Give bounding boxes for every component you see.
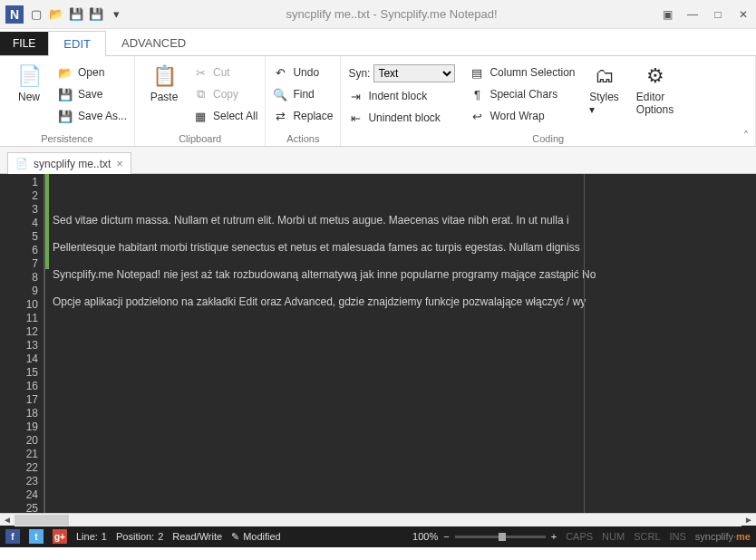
select-all-button[interactable]: ▦Select All [193,107,257,125]
undo-button[interactable]: ↶Undo [273,63,333,82]
new-file-icon: 📄 [16,63,42,89]
document-icon: 📄 [15,158,28,170]
close-icon[interactable]: ✕ [736,7,751,22]
scroll-thumb[interactable] [15,515,69,526]
status-mode: Read/Write [172,531,222,542]
indent-button[interactable]: ⇥Indent block [348,87,455,105]
cut-icon: ✂ [193,65,208,80]
special-chars-button[interactable]: ¶Special Chars [470,85,575,103]
editor-options-button[interactable]: ⚙ Editor Options [634,60,677,116]
window-controls: ▣ — □ ✕ [660,7,751,22]
horizontal-scrollbar[interactable]: ◄ ► [0,513,756,526]
minimize-icon[interactable]: — [685,7,700,22]
syntax-label: Syn: [348,67,370,80]
find-button[interactable]: 🔍Find [273,85,333,103]
syntax-select[interactable]: Text [373,64,455,82]
scroll-left-icon[interactable]: ◄ [0,515,15,525]
quick-access: ▢ 📂 💾 💾 ▾ [29,7,123,22]
word-wrap-button[interactable]: ↩Word Wrap [470,107,575,125]
compact-ribbon-icon[interactable]: ▣ [660,7,674,22]
ribbon: 📄 New 📂Open 💾Save 💾Save As... Persistenc… [0,56,756,147]
open-icon: 📂 [58,65,73,80]
document-tab-label: syncplify me..txt [34,158,111,170]
googleplus-icon[interactable]: g+ [53,529,67,544]
zoom-out-icon[interactable]: − [443,531,449,542]
scroll-right-icon[interactable]: ► [741,515,756,525]
find-icon: 🔍 [273,87,287,101]
zoom-control: 100% − + [412,531,557,542]
save-button[interactable]: 💾Save [58,85,127,103]
twitter-icon[interactable]: t [29,529,44,544]
save-icon[interactable]: 💾 [69,7,83,22]
zoom-thumb[interactable] [499,533,506,541]
qa-dropdown-icon[interactable]: ▾ [109,7,123,22]
copy-icon: ⧉ [193,87,208,101]
open-folder-icon[interactable]: 📂 [49,7,63,22]
caps-indicator: CAPS [566,531,593,542]
replace-button[interactable]: ⇄Replace [273,107,333,125]
indent-icon: ⇥ [348,89,363,103]
editor-area: 1234567891011121314151617181920212223242… [0,174,756,526]
tab-edit[interactable]: EDIT [48,31,106,56]
save-as-icon: 💾 [58,109,73,123]
group-actions: ↶Undo 🔍Find ⇄Replace Actions [266,56,341,146]
facebook-icon[interactable]: f [5,529,20,544]
titlebar: N ▢ 📂 💾 💾 ▾ syncplify me..txt - Syncplif… [0,0,756,29]
collapse-ribbon-icon[interactable]: ˄ [743,130,749,142]
tab-advanced[interactable]: ADVANCED [106,30,201,55]
paste-button[interactable]: 📋 Paste [142,60,186,103]
group-persistence: 📄 New 📂Open 💾Save 💾Save As... Persistenc… [0,56,135,146]
group-clipboard: 📋 Paste ✂Cut ⧉Copy ▦Select All Clipboard [135,56,266,146]
zoom-in-icon[interactable]: + [551,531,557,542]
num-indicator: NUM [602,531,625,542]
status-position: Position: 2 [116,531,163,542]
line-gutter: 1234567891011121314151617181920212223242… [0,174,45,513]
app-logo: N [5,5,24,24]
zoom-value: 100% [412,531,438,542]
ribbon-tabs: FILE EDIT ADVANCED [0,29,756,56]
editor-options-icon: ⚙ [643,63,668,89]
scrl-indicator: SCRL [634,531,660,542]
special-chars-icon: ¶ [470,87,484,101]
tab-file[interactable]: FILE [0,32,48,55]
window-title: syncplify me..txt - Syncplify.me Notepad… [123,7,660,21]
zoom-slider[interactable] [455,536,546,538]
unindent-button[interactable]: ⇤Unindent block [348,109,455,127]
save-icon: 💾 [58,87,73,101]
open-button[interactable]: 📂Open [58,63,127,82]
styles-button[interactable]: 🗂 Styles▾ [583,60,626,116]
new-button[interactable]: 📄 New [7,60,51,103]
styles-icon: 🗂 [592,63,617,89]
replace-icon: ⇄ [273,109,287,123]
right-margin-line [584,174,585,513]
maximize-icon[interactable]: □ [711,7,725,22]
paste-icon: 📋 [151,63,177,89]
status-bar: f t g+ Line: 1 Position: 2 Read/Write ✎ … [0,526,756,547]
close-tab-icon[interactable]: × [116,157,123,170]
cut-button[interactable]: ✂Cut [193,63,257,82]
status-modified: ✎ Modified [231,531,281,543]
ins-indicator: INS [670,531,686,542]
group-coding: Syn: Text ⇥Indent block ⇤Unindent block … [341,56,756,146]
new-doc-icon[interactable]: ▢ [29,7,44,22]
save-all-icon[interactable]: 💾 [89,7,103,22]
editor-text[interactable]: Sed vitae dictum massa. Nullam et rutrum… [49,174,756,513]
status-line: Line: 1 [76,531,107,542]
column-selection-icon: ▤ [470,65,484,80]
column-selection-button[interactable]: ▤Column Selection [470,63,575,82]
document-tab[interactable]: 📄 syncplify me..txt × [7,152,131,174]
select-all-icon: ▦ [193,109,208,123]
unindent-icon: ⇤ [348,111,363,125]
scroll-track[interactable] [15,514,741,526]
modified-icon: ✎ [231,531,239,543]
save-as-button[interactable]: 💾Save As... [58,107,127,125]
brand-label: syncplify·me [695,531,751,542]
word-wrap-icon: ↩ [470,109,484,123]
copy-button[interactable]: ⧉Copy [193,85,257,103]
document-tabs: 📄 syncplify me..txt × [0,147,756,174]
undo-icon: ↶ [273,65,287,80]
